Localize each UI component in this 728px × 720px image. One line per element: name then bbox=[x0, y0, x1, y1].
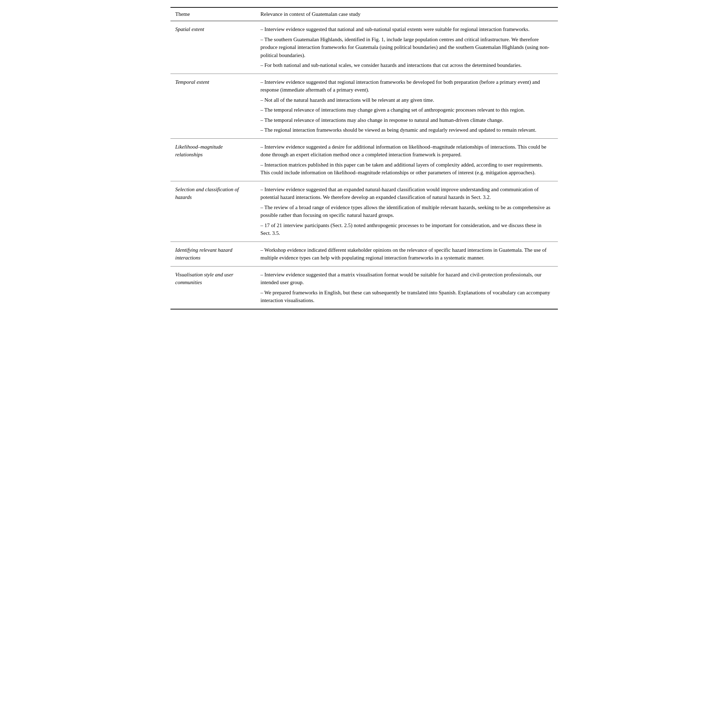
theme-cell: Identifying relevant hazard interactions bbox=[170, 242, 256, 266]
cell-paragraph: – The review of a broad range of evidenc… bbox=[261, 203, 553, 219]
cell-paragraph: – Interview evidence suggested that regi… bbox=[261, 78, 553, 94]
theme-cell: Temporal extent bbox=[170, 73, 256, 138]
cell-text-block: – Workshop evidence indicated different … bbox=[261, 246, 553, 262]
cell-paragraph: – For both national and sub-national sca… bbox=[261, 61, 553, 69]
content-cell: – Interview evidence suggested that an e… bbox=[256, 181, 558, 242]
header-relevance: Relevance in context of Guatemalan case … bbox=[256, 8, 558, 21]
table-row: Selection and classification of hazards–… bbox=[170, 181, 558, 242]
content-cell: – Interview evidence suggested that regi… bbox=[256, 73, 558, 138]
theme-cell: Spatial extent bbox=[170, 21, 256, 74]
cell-text-block: – Interview evidence suggested that a ma… bbox=[261, 271, 553, 304]
cell-text-block: – Interview evidence suggested a desire … bbox=[261, 143, 553, 177]
table-row: Temporal extent– Interview evidence sugg… bbox=[170, 73, 558, 138]
cell-paragraph: – Workshop evidence indicated different … bbox=[261, 246, 553, 262]
content-cell: – Interview evidence suggested that nati… bbox=[256, 21, 558, 74]
table-row: Identifying relevant hazard interactions… bbox=[170, 242, 558, 266]
table-row: Likelihood–magnitude relationships– Inte… bbox=[170, 138, 558, 181]
theme-cell: Visualisation style and user communities bbox=[170, 266, 256, 309]
cell-paragraph: – The southern Guatemalan Highlands, ide… bbox=[261, 35, 553, 60]
cell-paragraph: – The regional interaction frameworks sh… bbox=[261, 126, 553, 134]
cell-paragraph: – The temporal relevance of interactions… bbox=[261, 106, 553, 114]
cell-text-block: – Interview evidence suggested that nati… bbox=[261, 25, 553, 69]
theme-cell: Likelihood–magnitude relationships bbox=[170, 138, 256, 181]
cell-text-block: – Interview evidence suggested that regi… bbox=[261, 78, 553, 134]
cell-paragraph: – Interview evidence suggested that a ma… bbox=[261, 271, 553, 287]
content-cell: – Interview evidence suggested a desire … bbox=[256, 138, 558, 181]
table-row: Spatial extent– Interview evidence sugge… bbox=[170, 21, 558, 74]
cell-paragraph: – Not all of the natural hazards and int… bbox=[261, 96, 553, 104]
cell-paragraph: – Interview evidence suggested a desire … bbox=[261, 143, 553, 159]
header-theme: Theme bbox=[170, 8, 256, 21]
table-header-row: Theme Relevance in context of Guatemalan… bbox=[170, 8, 558, 21]
cell-paragraph: – Interview evidence suggested that nati… bbox=[261, 25, 553, 34]
table-row: Visualisation style and user communities… bbox=[170, 266, 558, 309]
cell-paragraph: – The temporal relevance of interactions… bbox=[261, 116, 553, 124]
cell-paragraph: – Interaction matrices published in this… bbox=[261, 161, 553, 177]
content-table: Theme Relevance in context of Guatemalan… bbox=[170, 8, 558, 309]
theme-cell: Selection and classification of hazards bbox=[170, 181, 256, 242]
cell-paragraph: – Interview evidence suggested that an e… bbox=[261, 185, 553, 202]
main-table-container: Theme Relevance in context of Guatemalan… bbox=[170, 7, 558, 309]
cell-paragraph: – We prepared frameworks in English, but… bbox=[261, 289, 553, 304]
cell-text-block: – Interview evidence suggested that an e… bbox=[261, 185, 553, 237]
content-cell: – Interview evidence suggested that a ma… bbox=[256, 266, 558, 309]
cell-paragraph: – 17 of 21 interview participants (Sect.… bbox=[261, 222, 553, 237]
content-cell: – Workshop evidence indicated different … bbox=[256, 242, 558, 266]
